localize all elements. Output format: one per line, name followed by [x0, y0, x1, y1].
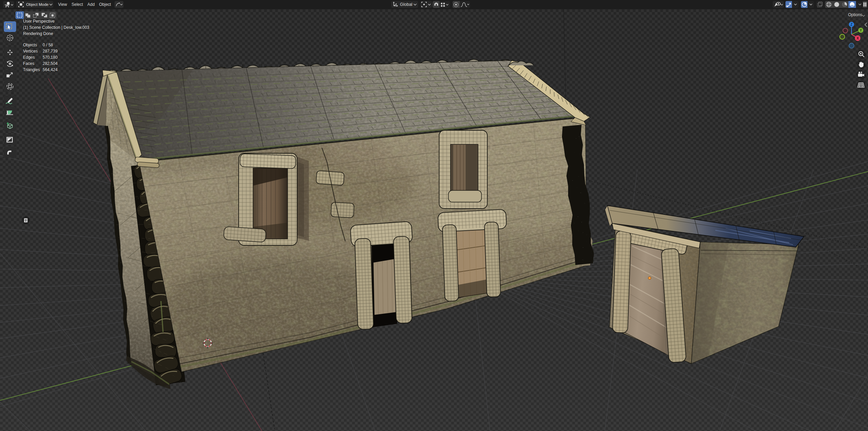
svg-text:Z: Z	[850, 23, 853, 26]
svg-text:X: X	[856, 36, 859, 40]
svg-text:Y: Y	[860, 29, 862, 32]
